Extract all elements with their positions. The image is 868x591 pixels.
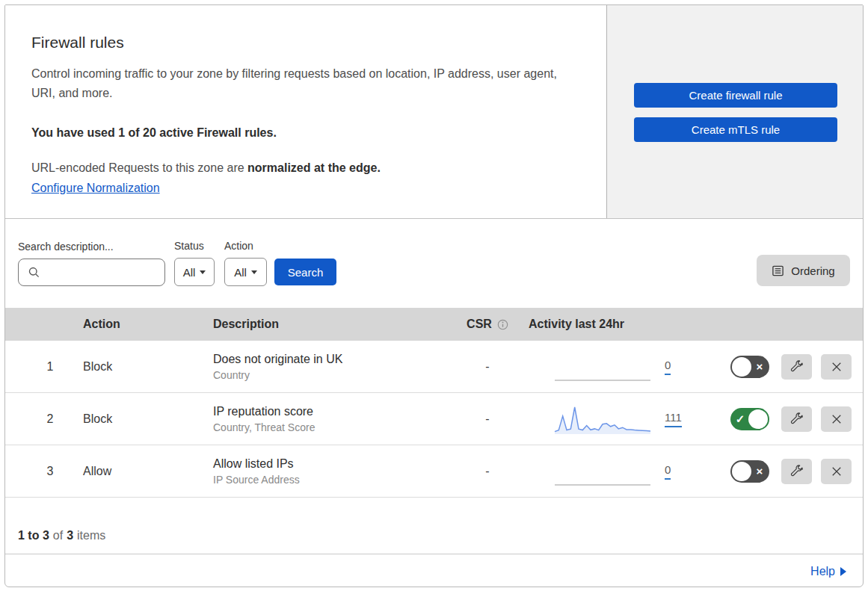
- table-header: Action Description CSR Activity last 24h…: [5, 308, 863, 341]
- toggle-knob: [748, 409, 768, 429]
- rule-enabled-toggle[interactable]: ×: [730, 356, 769, 378]
- delete-rule-button[interactable]: [821, 459, 852, 484]
- rule-priority: 1: [5, 360, 77, 374]
- pagination-items: items: [77, 529, 105, 542]
- toggle-state-icon: ×: [751, 361, 768, 372]
- intro-card: Firewall rules Control incoming traffic …: [5, 5, 606, 218]
- help-link[interactable]: Help: [810, 565, 846, 578]
- activity-cell: 0: [529, 455, 699, 488]
- info-icon: [497, 319, 508, 330]
- rule-fields: Country: [213, 369, 446, 381]
- activity-count-link[interactable]: 0: [665, 463, 671, 480]
- rule-description: IP reputation score: [213, 405, 446, 418]
- action-filter-select[interactable]: All: [224, 258, 267, 286]
- close-icon: [830, 360, 843, 374]
- activity-sparkline: [554, 455, 651, 488]
- close-icon: [830, 412, 843, 426]
- configure-normalization-link[interactable]: Configure Normalization: [31, 182, 160, 195]
- rule-description-cell: Allow listed IPs IP Source Address: [207, 457, 446, 486]
- status-filter-value: All: [183, 266, 196, 279]
- table-row: 2 Block IP reputation score Country, Thr…: [5, 393, 863, 445]
- status-filter-group: Status All: [165, 240, 215, 286]
- csr-header-label: CSR: [467, 318, 492, 331]
- create-mtls-rule-button[interactable]: Create mTLS rule: [634, 117, 837, 142]
- table-header-csr: CSR: [446, 318, 529, 331]
- search-button[interactable]: Search: [274, 259, 336, 285]
- activity-sparkline: [554, 350, 651, 383]
- normalization-note: URL-encoded Requests to this zone are no…: [31, 161, 576, 175]
- rule-fields: IP Source Address: [213, 474, 446, 486]
- rule-enabled-toggle[interactable]: ×: [730, 460, 769, 483]
- filter-bar: Search description... Status All Action …: [5, 219, 863, 308]
- table-row: 1 Block Does not originate in UK Country…: [5, 341, 863, 393]
- rule-action: Block: [77, 412, 207, 426]
- table-header-action: Action: [77, 318, 207, 331]
- search-box: [18, 259, 165, 286]
- wrench-icon: [789, 412, 804, 426]
- edit-rule-button[interactable]: [781, 406, 812, 432]
- search-group: Search description...: [18, 241, 165, 286]
- csr-value: -: [446, 412, 529, 426]
- rule-description-cell: Does not originate in UK Country: [207, 353, 446, 381]
- action-filter-label: Action: [224, 240, 267, 252]
- ordering-label: Ordering: [791, 264, 834, 277]
- normalization-bold-text: normalized at the edge.: [247, 161, 381, 174]
- help-row: Help: [5, 554, 863, 587]
- status-filter-label: Status: [174, 240, 215, 252]
- firewall-rules-page: Firewall rules Control incoming traffic …: [4, 4, 864, 587]
- rule-description: Does not originate in UK: [213, 353, 446, 366]
- actions-panel: Create firewall rule Create mTLS rule: [606, 5, 863, 218]
- usage-summary: You have used 1 of 20 active Firewall ru…: [31, 126, 576, 140]
- activity-cell: 0: [529, 350, 699, 383]
- delete-rule-button[interactable]: [821, 406, 852, 432]
- table-header-activity: Activity last 24hr: [529, 318, 699, 331]
- create-firewall-rule-button[interactable]: Create firewall rule: [634, 83, 837, 108]
- normalization-text: URL-encoded Requests to this zone are: [31, 161, 247, 174]
- activity-count-link[interactable]: 111: [665, 411, 682, 427]
- chevron-down-icon: [200, 270, 206, 274]
- toggle-knob: [732, 462, 751, 481]
- close-icon: [830, 465, 843, 478]
- toggle-state-icon: ×: [751, 465, 768, 477]
- help-arrow-icon: [840, 567, 846, 576]
- csr-value: -: [446, 360, 529, 374]
- toggle-state-icon: ✓: [732, 413, 748, 424]
- rule-controls: ✓: [699, 406, 863, 432]
- action-filter-group: Action All: [215, 240, 267, 286]
- search-description-label: Search description...: [18, 241, 165, 253]
- rule-action: Block: [77, 360, 207, 374]
- ordering-icon: [772, 264, 784, 277]
- ordering-button[interactable]: Ordering: [757, 255, 850, 286]
- activity-sparkline: [554, 403, 651, 436]
- rule-priority: 3: [5, 465, 77, 478]
- page-description: Control incoming traffic to your zone by…: [31, 64, 576, 103]
- activity-count-link[interactable]: 0: [665, 359, 671, 375]
- pagination-summary: 1 to 3 of 3 items: [5, 498, 863, 554]
- status-filter-select[interactable]: All: [174, 258, 215, 286]
- rule-priority: 2: [5, 412, 77, 426]
- edit-rule-button[interactable]: [781, 459, 812, 484]
- rule-description-cell: IP reputation score Country, Threat Scor…: [207, 405, 446, 433]
- chevron-down-icon: [251, 270, 257, 274]
- toggle-knob: [732, 357, 751, 377]
- pagination-range: 1 to 3: [18, 529, 49, 542]
- rule-fields: Country, Threat Score: [213, 421, 446, 433]
- delete-rule-button[interactable]: [821, 354, 852, 380]
- rule-enabled-toggle[interactable]: ✓: [730, 408, 769, 430]
- rule-description: Allow listed IPs: [213, 457, 446, 471]
- pagination-total: 3: [67, 529, 73, 542]
- wrench-icon: [789, 359, 804, 374]
- action-filter-value: All: [234, 266, 247, 279]
- activity-cell: 111: [529, 403, 699, 436]
- rule-controls: ×: [699, 354, 863, 380]
- page-header-section: Firewall rules Control incoming traffic …: [5, 5, 863, 219]
- table-row: 3 Allow Allow listed IPs IP Source Addre…: [5, 445, 863, 498]
- csr-value: -: [446, 465, 529, 478]
- page-title: Firewall rules: [31, 34, 576, 52]
- pagination-of: of: [53, 529, 63, 542]
- edit-rule-button[interactable]: [781, 354, 812, 380]
- help-label: Help: [810, 565, 835, 578]
- table-header-description: Description: [207, 318, 446, 331]
- wrench-icon: [789, 464, 804, 478]
- search-input[interactable]: [46, 267, 182, 279]
